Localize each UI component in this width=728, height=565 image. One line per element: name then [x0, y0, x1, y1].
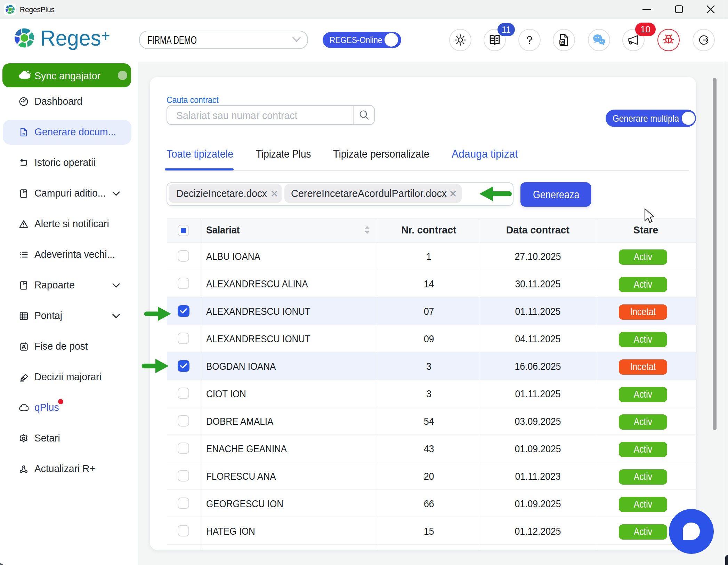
svg-text:w: w	[22, 132, 25, 135]
svg-text:W: W	[560, 40, 564, 44]
